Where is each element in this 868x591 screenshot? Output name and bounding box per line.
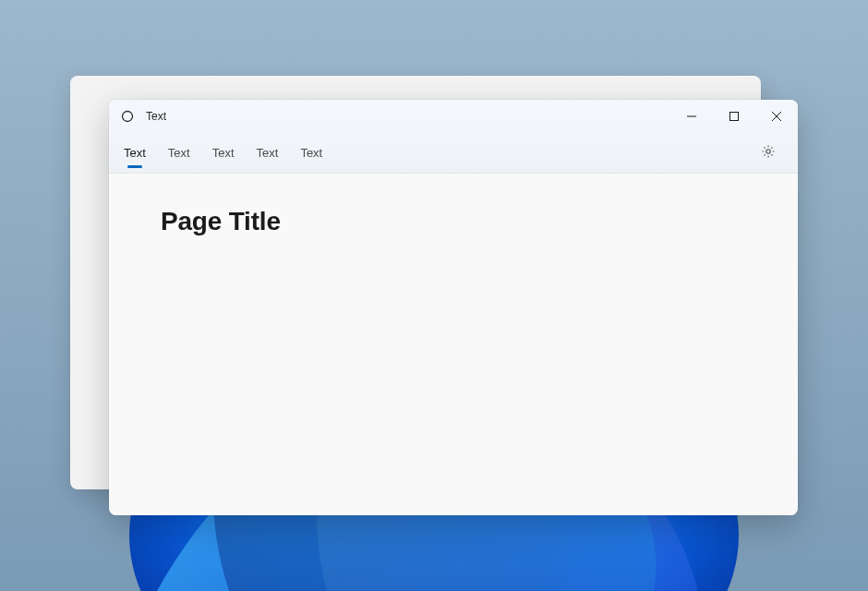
tab-3[interactable]: Text: [257, 133, 279, 173]
settings-button[interactable]: [753, 139, 783, 168]
gear-icon: [761, 144, 776, 163]
page-title: Page Title: [161, 207, 746, 236]
tab-label: Text: [212, 146, 235, 160]
content-area: Page Title: [109, 174, 798, 515]
tab-2[interactable]: Text: [212, 133, 235, 173]
titlebar[interactable]: Text: [109, 100, 798, 133]
close-button[interactable]: [755, 100, 798, 133]
app-icon: [120, 109, 135, 124]
maximize-button[interactable]: [713, 100, 755, 133]
app-window: Text Text Text Text Text Text: [109, 100, 798, 515]
tab-0[interactable]: Text: [124, 133, 146, 173]
minimize-button[interactable]: [670, 100, 713, 133]
tab-label: Text: [300, 146, 322, 160]
tab-4[interactable]: Text: [300, 133, 322, 173]
window-controls: [670, 100, 798, 133]
window-title: Text: [146, 110, 166, 123]
svg-rect-4: [730, 113, 739, 121]
tab-label: Text: [168, 146, 190, 160]
tab-1[interactable]: Text: [168, 133, 190, 173]
svg-point-2: [123, 112, 133, 122]
tab-strip: Text Text Text Text Text: [109, 133, 798, 174]
tab-label: Text: [257, 146, 279, 160]
svg-point-7: [766, 149, 770, 152]
tab-label: Text: [124, 146, 146, 160]
